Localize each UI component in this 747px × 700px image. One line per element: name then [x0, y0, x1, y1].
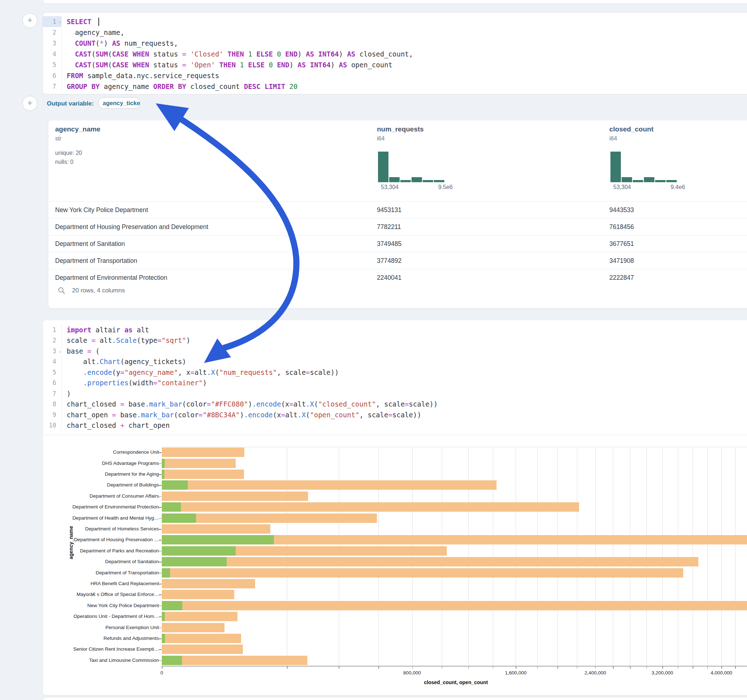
histogram-bar: [378, 152, 389, 182]
histogram-bar: [389, 177, 400, 182]
code-text: .encode(y="agency_name", x=alt.X("num_re…: [62, 368, 339, 376]
gridline: [595, 447, 596, 666]
y-axis-tick: [159, 638, 162, 639]
y-axis-tick: [159, 507, 162, 508]
code-line[interactable]: 7): [43, 388, 747, 399]
row-count-text: 20 rows, 4 columns: [72, 287, 125, 294]
code-line[interactable]: 3⌄base = (: [43, 345, 747, 356]
sql-code-editor[interactable]: 1⌄SELECT 2 agency_name,3 COUNT(*) AS num…: [43, 16, 747, 92]
code-line[interactable]: 3 COUNT(*) AS num_requests,: [43, 38, 747, 48]
line-number: 8: [43, 399, 62, 410]
code-line[interactable]: 7GROUP BY agency_name ORDER BY closed_co…: [43, 81, 747, 92]
histogram-bar: [621, 177, 632, 182]
y-axis-tick: [159, 463, 162, 464]
code-line[interactable]: 1⌄SELECT: [43, 16, 747, 27]
y-axis-category-label: Senior Citizen Rent Increase Exempti…: [73, 646, 159, 652]
code-line[interactable]: 2 agency_name,: [43, 27, 747, 38]
fold-chevron-icon[interactable]: ⌄: [58, 19, 61, 24]
open-count-bar: [162, 634, 165, 643]
fold-chevron-icon[interactable]: ⌄: [58, 348, 61, 353]
y-axis-category-label: Department of Buildings: [107, 482, 159, 487]
closed-count-bar: [162, 601, 747, 610]
value-cell: 2222847: [609, 269, 634, 286]
y-axis-category-label: Department of Parks and Recreation: [80, 548, 159, 554]
column-type: str: [55, 136, 62, 142]
y-axis-category-label: Refunds and Adjustments: [103, 635, 159, 641]
previous-cell-edge: [42, 0, 747, 4]
table-row[interactable]: Department of Environmental Protection22…: [48, 269, 747, 286]
text-caret: [98, 18, 99, 26]
histogram-bar: [411, 177, 422, 182]
table-row[interactable]: Department of Transportation377489234719…: [48, 252, 747, 269]
table-row[interactable]: New York City Police Department945313194…: [48, 201, 747, 219]
y-axis-tick: [159, 628, 162, 628]
code-line[interactable]: 9chart_open = base.mark_bar(color="#8BC3…: [43, 409, 747, 420]
column-histogram: [611, 152, 677, 182]
python-code-editor[interactable]: 1import altair as alt2scale = alt.Scale(…: [43, 324, 747, 431]
code-text: .properties(width="container"): [62, 379, 207, 387]
code-line[interactable]: 5 .encode(y="agency_name", x=alt.X("num_…: [43, 367, 747, 378]
y-axis-tick: [159, 649, 162, 650]
line-number: 9: [43, 409, 62, 420]
code-line[interactable]: 6FROM sample_data.nyc.service_requests: [43, 70, 747, 81]
gridline: [646, 447, 647, 666]
x-axis-tick-label: 3,200,000: [652, 670, 673, 676]
x-axis-tick: [613, 667, 614, 669]
column-name: num_requests: [377, 125, 424, 133]
gridline: [721, 447, 722, 666]
line-number: 5: [43, 59, 62, 70]
code-line[interactable]: 4 CAST(SUM(CASE WHEN status = 'Closed' T…: [43, 48, 747, 59]
add-cell-button-top[interactable]: +: [22, 13, 38, 28]
closed-count-bar: [162, 612, 237, 621]
gridline: [378, 447, 379, 666]
x-axis-tick: [721, 667, 722, 669]
x-axis-tick: [493, 667, 494, 669]
closed-count-bar: [162, 656, 307, 665]
plot-top-border: [162, 447, 747, 447]
code-line[interactable]: 10chart_closed + chart_open: [43, 420, 747, 431]
table-row[interactable]: Department of Sanitation37494853677651: [48, 235, 747, 252]
y-axis-category-label: Operations Unit - Department of Hom…: [74, 614, 159, 619]
y-axis-tick: [159, 661, 162, 661]
sql-cell[interactable]: 1⌄SELECT 2 agency_name,3 COUNT(*) AS num…: [42, 12, 747, 94]
y-axis-category-label: Department of Health and Mental Hyg…: [73, 515, 159, 520]
code-line[interactable]: 6 .properties(width="container"): [43, 378, 747, 389]
gridline: [339, 447, 339, 666]
y-axis-category-label: New York City Police Department: [87, 603, 159, 608]
x-axis-tick: [442, 667, 443, 669]
gridline: [630, 447, 630, 666]
python-cell[interactable]: 1import altair as alt2scale = alt.Scale(…: [42, 320, 747, 695]
closed-count-bar: [162, 492, 308, 501]
table-row[interactable]: Department of Housing Preservation and D…: [48, 218, 747, 235]
y-axis-category-label: Correspondence Unit: [113, 450, 159, 455]
y-axis-tick: [159, 496, 162, 497]
y-axis-tick: [159, 573, 162, 573]
x-axis-tick-label: 4,000,000: [711, 670, 732, 676]
code-line[interactable]: 1import altair as alt: [43, 324, 747, 335]
agency-name-cell: Department of Housing Preservation and D…: [55, 219, 208, 235]
y-axis-tick: [159, 617, 162, 617]
output-variable-pill[interactable]: agency_tickets: [98, 97, 141, 109]
add-cell-button-middle[interactable]: +: [22, 96, 38, 111]
y-axis-title: agency_name: [68, 526, 74, 559]
closed-count-bar: [162, 480, 496, 490]
x-axis-tick: [735, 667, 736, 669]
x-axis-tick: [662, 667, 663, 669]
search-icon[interactable]: [57, 287, 66, 294]
value-cell: 3749485: [377, 235, 401, 252]
code-line[interactable]: 4 alt.Chart(agency_tickets): [43, 356, 747, 367]
code-line[interactable]: 2scale = alt.Scale(type="sqrt"): [43, 335, 747, 346]
open-count-bar: [162, 513, 196, 523]
code-text: chart_closed = base.mark_bar(color="#FFC…: [62, 400, 438, 408]
closed-count-bar: [162, 448, 244, 457]
x-axis-tick-label: 800,000: [403, 670, 421, 676]
next-cell-edge: [42, 697, 747, 700]
code-line[interactable]: 8chart_closed = base.mark_bar(color="#FF…: [43, 399, 747, 410]
x-axis-tick: [646, 667, 647, 669]
column-name: agency_name: [55, 125, 101, 133]
agency-name-cell: Department of Environmental Protection: [55, 269, 167, 286]
code-line[interactable]: 5 CAST(SUM(CASE WHEN status = 'Open' THE…: [43, 59, 747, 70]
y-axis-tick: [159, 518, 162, 519]
histogram-bar: [423, 180, 433, 182]
dataframe-preview: agency_namestrunique: 20nulls: 0num_requ…: [48, 120, 747, 309]
